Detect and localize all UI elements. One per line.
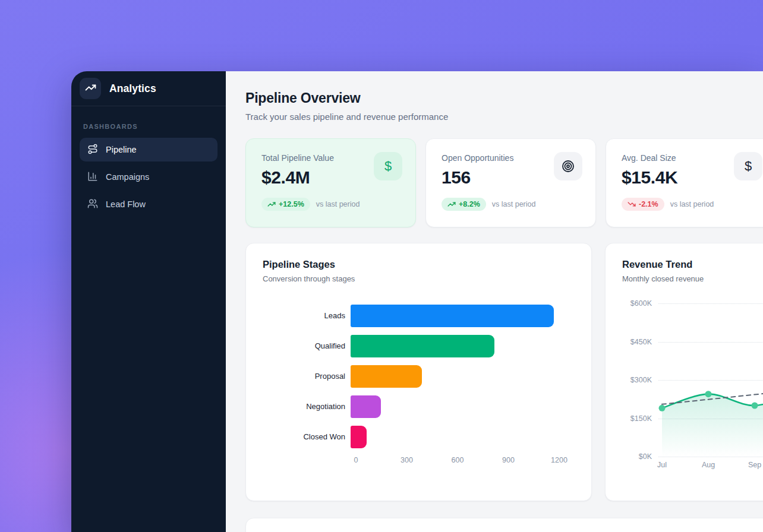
revenue-line-svg (658, 303, 763, 464)
bar-chart-icon (87, 171, 98, 183)
nav-section-label: DASHBOARDS (83, 123, 214, 130)
users-icon (87, 198, 98, 211)
sidebar-item-label: Campaigns (106, 172, 149, 182)
x-tick-label: 600 (452, 456, 464, 464)
app-logo (80, 78, 101, 99)
y-tick-label: $150K (622, 414, 652, 423)
bottom-card-stub (245, 518, 763, 532)
bar-category-label: Qualified (263, 341, 351, 351)
data-point-dot[interactable] (659, 405, 666, 411)
app-title: Analytics (109, 83, 156, 95)
compare-text: vs last period (670, 200, 714, 208)
bar-row: Qualified (263, 335, 575, 357)
trending-up-icon (85, 82, 96, 96)
route-icon (87, 144, 98, 156)
x-tick-label: 300 (401, 456, 413, 464)
compare-text: vs last period (316, 200, 360, 208)
revenue-trend-card: Revenue Trend Monthly closed revenue $60… (605, 243, 763, 501)
pipeline-stages-card: Pipeline Stages Conversion through stage… (245, 243, 592, 501)
trending-up-icon (447, 200, 456, 208)
x-tick-label: 0 (354, 456, 358, 464)
dollar-sign-icon: $ (734, 152, 762, 180)
sidebar-item-lead-flow[interactable]: Lead Flow (80, 192, 217, 216)
bar-category-label: Closed Won (263, 432, 351, 442)
app-window: Analytics DASHBOARDS Pipeline Campaign (71, 71, 763, 532)
bar-category-label: Leads (263, 311, 351, 321)
trending-up-icon (267, 200, 276, 208)
sidebar: Analytics DASHBOARDS Pipeline Campaign (71, 71, 226, 532)
bar-row: Leads (263, 305, 575, 327)
y-tick-label: $450K (622, 338, 652, 346)
trending-down-icon (628, 200, 636, 208)
bar-row: Negotiation (263, 395, 575, 418)
kpi-card-total-pipeline-value[interactable]: $ Total Pipeline Value $2.4M +12.5% vs l… (245, 138, 416, 227)
kpi-card-open-opportunities[interactable]: Open Opportunities 156 +8.2% vs last per… (425, 138, 596, 227)
change-badge: +8.2% (442, 198, 486, 211)
bar-proposal[interactable] (351, 365, 422, 388)
sidebar-nav: DASHBOARDS Pipeline Campaigns (71, 106, 226, 228)
data-point-dot[interactable] (752, 403, 758, 409)
page-subtitle: Track your sales pipeline and revenue pe… (245, 112, 763, 122)
bar-category-label: Negotiation (263, 402, 351, 411)
data-point-dot[interactable] (705, 391, 712, 397)
change-badge: -2.1% (622, 198, 664, 211)
main-content: Pipeline Overview Track your sales pipel… (226, 71, 763, 532)
chart-subtitle: Conversion through stages (263, 274, 575, 283)
bar-negotiation[interactable] (351, 395, 381, 418)
logo-row: Analytics (71, 71, 226, 106)
revenue-line-chart: $600K$450K$300K$150K$0KJulAugSepOct (622, 303, 763, 479)
bar-row: Proposal (263, 365, 575, 388)
sidebar-item-label: Lead Flow (106, 200, 146, 209)
page-title: Pipeline Overview (245, 90, 763, 106)
dollar-sign-icon: $ (374, 152, 402, 180)
bar-leads[interactable] (351, 305, 554, 327)
revenue-area-fill (662, 390, 763, 457)
x-tick-label: 1200 (551, 456, 567, 464)
chart-subtitle: Monthly closed revenue (622, 274, 763, 283)
y-tick-label: $300K (622, 376, 652, 384)
bar-rows: LeadsQualifiedProposalNegotiationClosed … (263, 305, 575, 448)
stages-bar-chart: LeadsQualifiedProposalNegotiationClosed … (263, 305, 575, 468)
sidebar-item-campaigns[interactable]: Campaigns (80, 165, 217, 189)
change-badge: +12.5% (261, 198, 310, 211)
chart-title: Revenue Trend (622, 259, 763, 270)
compare-text: vs last period (492, 200, 536, 208)
kpi-card-avg-deal-size[interactable]: $ Avg. Deal Size $15.4K -2.1% vs last pe… (606, 138, 763, 227)
bar-closed-won[interactable] (351, 426, 367, 448)
x-tick-label: 900 (502, 456, 515, 464)
chart-title: Pipeline Stages (263, 259, 575, 270)
charts-row: Pipeline Stages Conversion through stage… (245, 243, 763, 501)
sidebar-item-pipeline[interactable]: Pipeline (80, 138, 217, 162)
bar-category-label: Proposal (263, 372, 351, 381)
sidebar-item-label: Pipeline (106, 145, 137, 154)
y-tick-label: $600K (622, 299, 652, 308)
kpi-row: $ Total Pipeline Value $2.4M +12.5% vs l… (245, 138, 763, 227)
bar-x-axis: 03006009001200 (356, 456, 575, 468)
y-tick-label: $0K (622, 452, 652, 461)
bar-qualified[interactable] (351, 335, 494, 357)
target-icon (554, 152, 582, 180)
bar-row: Closed Won (263, 426, 575, 448)
